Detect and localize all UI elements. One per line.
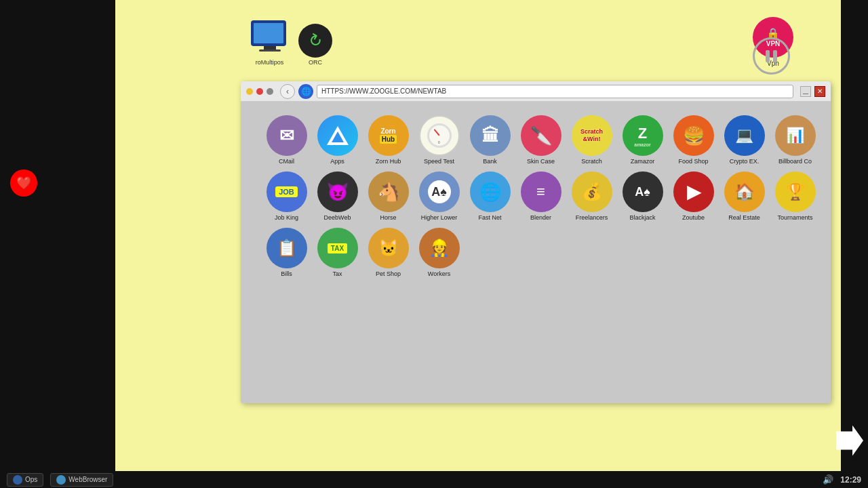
taskbar: Ops WebBrowser 🔊 12:29 — [0, 471, 868, 488]
app-higher[interactable]: A♠Higher Lower — [414, 171, 465, 221]
app-crypto-label: Crypto EX. — [730, 158, 760, 165]
browser-titlebar: ‹ 🌐 HTTPS://WWW.ZOOGLE.COM/NEWTAB — ✕ — [241, 81, 831, 102]
app-skincase-label: Skin Case — [527, 158, 555, 165]
app-deebweb-label: DeebWeb — [324, 214, 351, 221]
app-tournaments[interactable]: 🏆Tournaments — [770, 171, 821, 221]
app-tax-label: Tax — [332, 270, 342, 277]
pause-button[interactable] — [753, 37, 790, 75]
app-zornhub-label: Zorn Hub — [376, 158, 401, 165]
app-horse-label: Horse — [380, 214, 396, 221]
browser-window: ‹ 🌐 HTTPS://WWW.ZOOGLE.COM/NEWTAB — ✕ ✉C… — [241, 81, 831, 403]
app-tournaments-label: Tournaments — [777, 214, 812, 221]
app-scratch-label: Scratch — [581, 158, 602, 165]
app-blackjack[interactable]: A♠Blackjack — [617, 171, 668, 221]
exit-arrow-icon — [836, 426, 863, 456]
titlebar-dot-red[interactable] — [256, 88, 263, 95]
app-bank[interactable]: 🏛Bank — [465, 115, 515, 165]
app-freelancers[interactable]: 💰Freelancers — [566, 171, 617, 221]
app-cmail[interactable]: ✉CMail — [261, 115, 312, 165]
app-higher-label: Higher Lower — [421, 214, 458, 221]
app-billboard-label: Billboard Co — [778, 158, 812, 165]
browser-back-button[interactable]: ‹ — [280, 84, 295, 99]
exit-button[interactable] — [833, 420, 867, 461]
app-freelancers-label: Freelancers — [576, 214, 608, 221]
app-grid: ✉CMailAppsZornHubZorn Hub0Speed Test🏛Ban… — [261, 115, 810, 277]
app-skincase[interactable]: 🔪Skin Case — [515, 115, 566, 165]
browser-icon — [56, 475, 66, 485]
computer-icon-label: roMultipos — [256, 59, 284, 66]
app-bills-label: Bills — [281, 270, 292, 277]
app-deebweb[interactable]: 😈DeebWeb — [312, 171, 363, 221]
browser-minimize-button[interactable]: — — [800, 86, 811, 97]
app-jobking-label: Job King — [275, 214, 298, 221]
app-foodshop-label: Food Shop — [678, 158, 708, 165]
titlebar-dot-gray[interactable] — [267, 88, 273, 95]
refresh-icon-label: ORC — [309, 59, 322, 66]
app-tax[interactable]: TAXTax — [312, 228, 363, 277]
app-blender[interactable]: ≡Blender — [515, 171, 566, 221]
app-horse[interactable]: 🐴Horse — [363, 171, 414, 221]
taskbar-left: Ops WebBrowser — [7, 473, 113, 487]
taskbar-right: 🔊 12:29 — [823, 474, 861, 485]
browser-globe-icon: 🌐 — [298, 84, 313, 99]
browser-label: WebBrowser — [68, 476, 107, 483]
desktop: roMultipos ↻ ORC 🔒 VPN Vpn ❤️ — [115, 0, 841, 474]
taskbar-webbrowser[interactable]: WebBrowser — [50, 473, 113, 487]
app-blender-label: Blender — [530, 214, 551, 221]
app-realestate-label: Real Estate — [728, 214, 760, 221]
ops-label: Ops — [25, 476, 37, 483]
desktop-icons: roMultipos ↻ ORC — [251, 20, 332, 66]
app-zamazor-label: Zamazor — [631, 158, 655, 165]
app-fastnet-label: Fast Net — [478, 214, 501, 221]
app-speedtest[interactable]: 0Speed Test — [414, 115, 465, 165]
volume-icon[interactable]: 🔊 — [823, 474, 833, 485]
heart-rate-icon[interactable]: ❤️ — [10, 169, 37, 197]
left-panel — [0, 0, 115, 488]
app-petshop-label: Pet Shop — [376, 270, 401, 277]
browser-close-button[interactable]: ✕ — [814, 86, 825, 97]
app-fastnet[interactable]: 🌐Fast Net — [465, 171, 515, 221]
app-apps[interactable]: Apps — [312, 115, 363, 165]
app-speedtest-label: Speed Test — [424, 158, 454, 165]
browser-content: ✉CMailAppsZornHubZorn Hub0Speed Test🏛Ban… — [241, 102, 831, 403]
computer-desktop-icon[interactable]: roMultipos — [251, 20, 288, 66]
app-apps-label: Apps — [330, 158, 344, 165]
app-crypto[interactable]: 💻Crypto EX. — [719, 115, 770, 165]
app-scratch[interactable]: Scratch&Win!Scratch — [566, 115, 617, 165]
clock: 12:29 — [840, 475, 861, 485]
app-zamazor[interactable]: ZamazorZamazor — [617, 115, 668, 165]
app-blackjack-label: Blackjack — [629, 214, 655, 221]
refresh-desktop-icon[interactable]: ↻ ORC — [298, 24, 332, 66]
app-billboard[interactable]: 📊Billboard Co — [770, 115, 821, 165]
app-bills[interactable]: 📋Bills — [261, 228, 312, 277]
app-zoutube[interactable]: ▶Zoutube — [668, 171, 719, 221]
browser-url-bar[interactable]: HTTPS://WWW.ZOOGLE.COM/NEWTAB — [317, 85, 793, 98]
ops-icon — [13, 475, 22, 485]
app-zornhub[interactable]: ZornHubZorn Hub — [363, 115, 414, 165]
app-realestate[interactable]: 🏠Real Estate — [719, 171, 770, 221]
app-zoutube-label: Zoutube — [682, 214, 705, 221]
titlebar-dot-yellow[interactable] — [246, 88, 253, 95]
app-workers[interactable]: 👷Workers — [414, 228, 465, 277]
app-petshop[interactable]: 🐱Pet Shop — [363, 228, 414, 277]
url-text: HTTPS://WWW.ZOOGLE.COM/NEWTAB — [321, 87, 446, 95]
app-workers-label: Workers — [428, 270, 450, 277]
taskbar-ops[interactable]: Ops — [7, 473, 43, 487]
app-jobking[interactable]: JOBJob King — [261, 171, 312, 221]
app-cmail-label: CMail — [279, 158, 294, 165]
app-bank-label: Bank — [483, 158, 497, 165]
pause-icon — [766, 50, 777, 62]
app-foodshop[interactable]: 🍔Food Shop — [668, 115, 719, 165]
refresh-circle-icon: ↻ — [298, 24, 332, 58]
